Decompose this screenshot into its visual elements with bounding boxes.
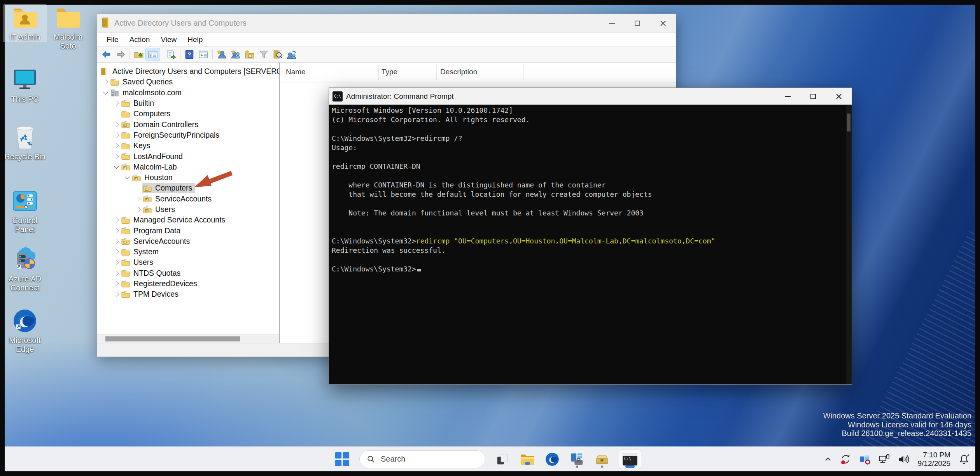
chevron-right-icon[interactable]: [114, 228, 119, 233]
chevron-right-icon[interactable]: [114, 260, 119, 265]
aduc-minimize-button[interactable]: [599, 14, 625, 32]
sync-pending-icon[interactable]: [840, 453, 851, 465]
notification-bell-icon[interactable]: zz: [958, 453, 970, 465]
chevron-right-icon[interactable]: [114, 101, 119, 106]
tree-item-houston[interactable]: Houston: [97, 172, 279, 183]
tree-item-lostandfound[interactable]: LostAndFound: [97, 151, 279, 161]
file-explorer-button[interactable]: [520, 450, 535, 469]
forward-icon[interactable]: [114, 48, 128, 61]
running-indicator-dot: [576, 466, 578, 468]
desktop-icon-control-panel[interactable]: Control Panel: [3, 188, 47, 234]
tree-item-computers[interactable]: Computers: [97, 108, 279, 119]
network-icon[interactable]: [878, 453, 890, 465]
cmd-scrollbar-thumb[interactable]: [847, 114, 850, 131]
chevron-right-icon[interactable]: [114, 143, 119, 148]
desktop-icon-it-admin[interactable]: IT Admin: [3, 5, 47, 42]
desktop-icon-recycle-bin[interactable]: Recycle Bin: [3, 124, 47, 161]
command-prompt-button[interactable]: C:\_: [619, 450, 641, 469]
task-view-button[interactable]: [495, 450, 510, 469]
new-ou-icon[interactable]: [243, 48, 257, 61]
aduc-close-button[interactable]: ×: [650, 14, 676, 32]
desktop-icon-malcolm-soto[interactable]: Malcolm Soto: [46, 5, 90, 51]
menu-file[interactable]: File: [102, 34, 123, 46]
column-header-type[interactable]: Type: [382, 68, 397, 76]
chevron-right-icon[interactable]: [103, 80, 108, 85]
menu-help[interactable]: Help: [183, 34, 207, 46]
tree-item-users[interactable]: Users: [97, 257, 279, 268]
menu-view[interactable]: View: [156, 34, 181, 46]
cmd-minimize-button[interactable]: [775, 88, 800, 105]
aduc-titlebar[interactable]: Active Directory Users and Computers ×: [97, 14, 676, 32]
tree-item-users[interactable]: Users: [97, 204, 279, 215]
column-header-description[interactable]: Description: [440, 68, 477, 76]
hidden-icons-chevron[interactable]: [824, 455, 832, 463]
new-user-icon[interactable]: [215, 48, 229, 61]
column-header-name[interactable]: Name: [286, 68, 306, 76]
desktop-icon-this-pc[interactable]: This PC: [3, 67, 47, 104]
tree-item-builtin[interactable]: Builtin: [97, 98, 279, 108]
server-manager-button[interactable]: [569, 450, 585, 469]
tray-clock[interactable]: 7:10 PM 9/12/2025: [917, 451, 950, 468]
cmd-output[interactable]: Microsoft Windows [Version 10.0.26100.17…: [329, 105, 852, 384]
chevron-right-icon[interactable]: [114, 239, 119, 244]
chevron-down-icon[interactable]: [114, 164, 119, 169]
tree-item-tpm-devices[interactable]: TPM Devices: [97, 289, 279, 299]
find-icon[interactable]: [271, 48, 285, 61]
chevron-right-icon[interactable]: [114, 133, 119, 138]
aduc-maximize-button[interactable]: [625, 14, 650, 32]
edge-icon: [545, 452, 559, 466]
admin-tools-button[interactable]: [594, 450, 610, 469]
desktop-icon-microsoft-edge[interactable]: Microsoft Edge: [3, 308, 47, 354]
help-icon[interactable]: ?: [182, 48, 196, 61]
search-box[interactable]: Search: [359, 450, 485, 468]
back-icon[interactable]: [100, 48, 114, 61]
chevron-right-icon[interactable]: [136, 196, 141, 201]
chevron-right-icon[interactable]: [114, 217, 119, 222]
chevron-right-icon[interactable]: [114, 249, 119, 254]
edge-button[interactable]: [544, 450, 560, 469]
chevron-right-icon[interactable]: [114, 271, 119, 276]
tree-horizontal-scrollbar[interactable]: [97, 334, 279, 343]
tree-item-malcolm-lab[interactable]: Malcolm-Lab: [97, 162, 279, 172]
chevron-down-icon[interactable]: [103, 89, 108, 94]
chevron-right-icon[interactable]: [114, 122, 119, 127]
menu-action[interactable]: Action: [125, 34, 155, 46]
ad-connect-status-icon[interactable]: [859, 453, 871, 465]
tree-item-program-data[interactable]: Program Data: [97, 225, 279, 236]
tree-item-ntds-quotas[interactable]: NTDS Quotas: [97, 268, 279, 278]
start-button[interactable]: [334, 450, 350, 469]
cmd-maximize-button[interactable]: [800, 88, 826, 105]
tree-item-registereddevices[interactable]: RegisteredDevices: [97, 278, 279, 289]
chevron-right-icon[interactable]: [114, 281, 119, 286]
filter-icon[interactable]: [257, 48, 271, 61]
tree-item-serviceaccounts[interactable]: ServiceAccounts: [97, 194, 279, 204]
desktop-icon-azure-ad-connect[interactable]: Azure AD Connect: [3, 247, 47, 292]
cmd-close-button[interactable]: ×: [826, 88, 852, 105]
delegate-icon[interactable]: [285, 48, 299, 61]
chevron-right-icon[interactable]: [114, 154, 119, 159]
show-window-icon[interactable]: [196, 48, 210, 61]
tree-item-computers[interactable]: Computers: [97, 183, 279, 193]
tree-item-serviceaccounts[interactable]: ServiceAccounts: [97, 236, 279, 247]
tree-item-foreignsecurityprincipals[interactable]: ForeignSecurityPrincipals: [97, 130, 279, 140]
up-one-level-icon[interactable]: [132, 48, 146, 61]
export-list-icon[interactable]: [164, 48, 178, 61]
tree-item-system[interactable]: System: [97, 247, 279, 257]
chevron-down-icon[interactable]: [125, 174, 130, 179]
tree-item-keys[interactable]: Keys: [97, 140, 279, 151]
tree-scrollbar-thumb[interactable]: [105, 336, 240, 341]
tree-item-label: Users: [133, 258, 153, 267]
tree-item-domain-controllers[interactable]: Domain Controllers: [97, 119, 279, 130]
show-console-tree-icon[interactable]: [146, 48, 160, 61]
cmd-titlebar[interactable]: C:\ Administrator: Command Prompt ×: [329, 88, 852, 105]
new-group-icon[interactable]: [229, 48, 243, 61]
tree-item-active-directory-users-and-computers-server01-malco[interactable]: Active Directory Users and Computers [SE…: [97, 66, 279, 77]
tree-item-managed-service-accounts[interactable]: Managed Service Accounts: [97, 215, 279, 225]
tree-item-saved-queries[interactable]: Saved Queries: [97, 77, 279, 87]
chevron-right-icon[interactable]: [136, 207, 141, 212]
desktop-icon-label: IT Admin: [10, 33, 40, 42]
tree-item-malcolmsoto-com[interactable]: malcolmsoto.com: [97, 88, 279, 98]
cmd-vertical-scrollbar[interactable]: [846, 105, 852, 384]
volume-icon[interactable]: [898, 453, 910, 465]
chevron-right-icon[interactable]: [114, 292, 119, 297]
